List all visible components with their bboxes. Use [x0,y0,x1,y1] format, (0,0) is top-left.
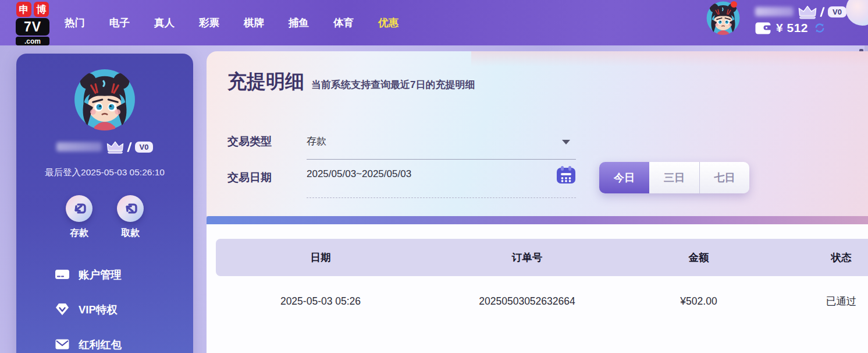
sidebar-menu: 账户管理 VIP特权 红利红包 [16,257,193,353]
nav-item-promotions[interactable]: 优惠 [378,16,399,30]
wallet-icon [755,22,771,34]
chevron-down-icon [562,140,570,144]
transaction-date-label: 交易日期 [227,169,272,186]
transaction-date-value: 2025/05/03~2025/05/03 [307,165,411,179]
profile-sidebar: V0 最后登入2025-05-03 05:26:10 存款 [16,54,193,353]
page-title: 充提明细 [227,69,304,95]
page: 申 博 7V .com 热门 电子 真人 彩票 棋牌 捕鱼 体育 优惠 [0,0,868,353]
nav-item-live[interactable]: 真人 [154,16,175,30]
day-range-tabs: 今日 三日 七日 [599,162,749,193]
tab-seven-days[interactable]: 七日 [699,162,749,193]
brand-logo[interactable]: 申 博 7V .com [14,2,51,45]
floating-service-button[interactable] [846,0,868,26]
sidebar-item-label: 账户管理 [79,267,122,282]
sidebar-item-label: VIP特权 [79,302,118,317]
logo-badge-2: 博 [34,2,49,17]
sidebar-vip-crown-icon [106,140,124,154]
deposit-button[interactable]: 存款 [66,195,93,239]
deposit-icon [66,195,93,222]
logo-badge-1: 申 [16,2,31,17]
logo-name: 7V [16,18,49,36]
withdraw-button[interactable]: 取款 [117,195,144,239]
refresh-balance-icon[interactable] [813,22,826,34]
col-header-date: 日期 [216,250,425,264]
sidebar-item-label: 红利红包 [79,337,122,352]
table-row: 2025-05-03 05:26 20250503052632664 ¥502.… [216,276,868,326]
quick-actions: 存款 取款 [16,195,193,239]
col-header-order-no: 订单号 [425,250,629,264]
vip-level-badge: V0 [828,6,846,17]
main-nav: 热门 电子 真人 彩票 棋牌 捕鱼 体育 优惠 [65,0,399,45]
col-header-status: 状态 [769,250,868,264]
gem-icon [55,302,70,316]
transaction-type-value: 存款 [307,136,326,147]
tab-three-days[interactable]: 三日 [649,162,699,193]
calendar-icon[interactable] [556,165,576,184]
cell-order-no: 20250503052632664 [425,295,629,308]
vip-slash-decoration [820,7,825,17]
transaction-type-select[interactable]: 存款 [307,133,576,160]
nav-item-lottery[interactable]: 彩票 [199,16,219,30]
sidebar-user-row: V0 [16,140,193,154]
sidebar-avatar[interactable] [74,69,136,130]
title-row: 充提明细 当前系统支持查询最近7日的充提明细 [227,69,475,95]
transaction-date-picker[interactable]: 2025/05/03~2025/05/03 [307,165,576,198]
withdraw-icon [117,195,144,222]
card-icon [55,268,70,281]
nav-item-cards[interactable]: 棋牌 [244,16,264,30]
username-blurred [755,7,794,16]
deposit-label: 存款 [70,227,88,239]
nav-item-slots[interactable]: 电子 [109,16,130,30]
nav-item-fishing[interactable]: 捕鱼 [289,16,309,30]
table-header-row: 日期 订单号 金额 状态 [216,239,868,276]
sidebar-vip-level-badge: V0 [135,142,154,153]
notification-dot [731,1,737,8]
wallet-balance: ¥ 512 [776,21,808,35]
sidebar-username-blurred [56,142,102,151]
col-header-amount: 金额 [629,250,769,264]
sidebar-item-bonus[interactable]: 红利红包 [16,327,193,353]
cell-status: 已通过 [769,294,868,308]
sidebar-item-vip[interactable]: VIP特权 [16,292,193,327]
last-login-text: 最后登入2025-05-03 05:26:10 [16,167,193,179]
cell-date: 2025-05-03 05:26 [216,295,425,308]
logo-tld: .com [16,37,49,45]
page-subtitle: 当前系统支持查询最近7日的充提明细 [311,78,475,91]
nav-item-hot[interactable]: 热门 [65,16,85,30]
withdraw-label: 取款 [121,227,140,239]
filter-panel: 充提明细 当前系统支持查询最近7日的充提明细 交易类型 存款 交易日期 2025… [207,51,868,216]
cell-amount: ¥502.00 [629,295,769,308]
top-navbar: 申 博 7V .com 热门 电子 真人 彩票 棋牌 捕鱼 体育 优惠 [0,0,868,45]
sidebar-vip-slash-decoration [127,142,132,152]
nav-item-sports[interactable]: 体育 [333,16,354,30]
vip-crown-icon [798,5,817,19]
gradient-divider-band [207,216,868,224]
tab-today[interactable]: 今日 [599,162,649,193]
user-info-cluster: V0 ¥ 512 [755,5,846,35]
red-envelope-icon [55,338,70,351]
transaction-type-label: 交易类型 [227,133,272,150]
sidebar-item-account[interactable]: 账户管理 [16,257,193,292]
records-table-panel: 日期 订单号 金额 状态 2025-05-03 05:26 2025050305… [207,224,868,353]
